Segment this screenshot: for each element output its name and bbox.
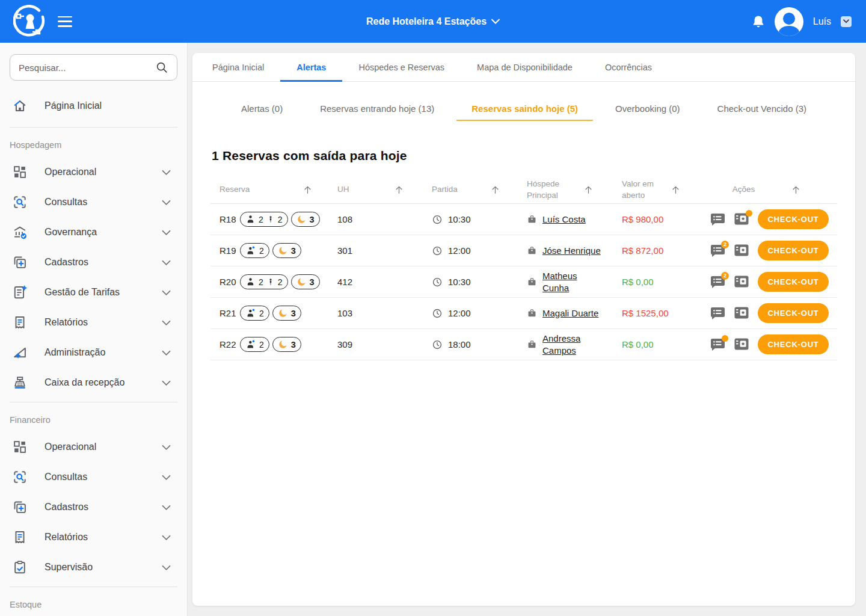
- subtab-reservas-saindo-hoje[interactable]: Reservas saindo hoje (5): [456, 97, 593, 121]
- sidebar-item-label: Relatórios: [45, 317, 162, 328]
- sidebar-item-financeiro-consultas[interactable]: Consultas: [0, 462, 187, 492]
- guest-count: 2: [278, 215, 283, 224]
- sort-asc-icon[interactable]: [583, 185, 594, 195]
- menu-toggle-button[interactable]: [58, 16, 72, 27]
- subtab-reservas-entrando-hoje[interactable]: Reservas entrando hoje (13): [305, 97, 449, 121]
- brand-logo-icon[interactable]: [13, 5, 47, 38]
- account-card-action-icon[interactable]: [734, 244, 750, 258]
- chevron-down-icon: [843, 19, 849, 23]
- tab-pagina-inicial[interactable]: Página Inicial: [196, 53, 280, 81]
- briefcase-icon: [527, 339, 537, 350]
- open-amount: R$ 980,00: [622, 214, 663, 224]
- messages-action-icon[interactable]: 2: [710, 244, 726, 258]
- guest-name-link[interactable]: Jóse Henrique: [542, 245, 601, 257]
- sidebar-item-financeiro-supervisao[interactable]: Supervisão: [0, 552, 187, 582]
- reservation-id: R21: [210, 308, 237, 318]
- column-header-partida: Partida: [420, 184, 516, 195]
- sort-asc-icon[interactable]: [302, 185, 313, 195]
- clock-icon: [432, 277, 443, 288]
- subtab-alertas[interactable]: Alertas (0): [226, 97, 298, 121]
- check-out-button[interactable]: CHECK-OUT: [758, 334, 829, 354]
- moon-icon: [278, 308, 288, 318]
- messages-action-icon[interactable]: [710, 212, 726, 227]
- moon-icon: [296, 277, 307, 287]
- sidebar-section-label: Estoque: [0, 591, 187, 616]
- sidebar-item-hospedagem-consultas[interactable]: Consultas: [0, 187, 187, 217]
- sidebar-item-hospedagem-operacional[interactable]: Operacional: [0, 157, 187, 187]
- check-out-button[interactable]: CHECK-OUT: [758, 303, 829, 323]
- moon-icon: [296, 214, 307, 224]
- guest-count: 2: [259, 309, 264, 318]
- moon-icon: [278, 245, 288, 256]
- tab-hospedes-e-reservas[interactable]: Hóspedes e Reservas: [342, 53, 461, 81]
- room-number: 412: [337, 277, 352, 287]
- sidebar-item-financeiro-relatorios[interactable]: Relatórios: [0, 522, 187, 552]
- sidebar-item-hospedagem-caixa-da-recepcao[interactable]: Caixa da recepção: [0, 368, 187, 398]
- account-card-action-icon[interactable]: [734, 306, 750, 321]
- tab-mapa-de-disponibilidade[interactable]: Mapa de Disponibilidade: [461, 53, 589, 81]
- user-menu-button[interactable]: [841, 16, 852, 27]
- check-out-button[interactable]: CHECK-OUT: [758, 272, 829, 292]
- check-out-button[interactable]: CHECK-OUT: [758, 241, 829, 260]
- child-icon: [266, 277, 275, 286]
- grid-icon: [12, 439, 28, 455]
- sidebar-item-hospedagem-gestao-de-tarifas[interactable]: Gestão de Tarifas: [0, 277, 187, 307]
- sidebar-item-pagina-inicial[interactable]: Página Inicial: [0, 89, 187, 123]
- guest-count: 2: [259, 340, 264, 350]
- room-number: 309: [337, 339, 352, 350]
- chevron-down-icon: [162, 200, 171, 206]
- sidebar-item-financeiro-cadastros[interactable]: Cadastros: [0, 492, 187, 522]
- sort-asc-icon[interactable]: [791, 185, 801, 195]
- sidebar-section-label: Financeiro: [0, 407, 187, 432]
- guest-name-link[interactable]: Andressa Campos: [542, 333, 601, 357]
- notification-badge: 2: [721, 272, 729, 280]
- copy-plus-icon: [12, 254, 28, 270]
- sidebar-item-label: Gestão de Tarifas: [45, 287, 162, 298]
- sidebar-item-hospedagem-cadastros[interactable]: Cadastros: [0, 247, 187, 277]
- subtab-overbooking[interactable]: Overbooking (0): [600, 97, 695, 121]
- user-avatar[interactable]: [775, 7, 803, 36]
- bank-check-icon: [12, 224, 28, 240]
- account-card-action-icon[interactable]: [734, 212, 750, 227]
- sidebar-item-label: Operacional: [45, 167, 162, 177]
- sort-asc-icon[interactable]: [394, 185, 404, 195]
- reservations-table: ReservaUHPartidaHóspede PrincipalValor e…: [210, 176, 837, 360]
- reservation-id: R18: [210, 214, 237, 224]
- tab-ocorrencias[interactable]: Ocorrências: [589, 53, 668, 81]
- guest-name-link[interactable]: Magali Duarte: [542, 307, 598, 319]
- hotel-chain-selector[interactable]: Rede Hoteleira 4 Estações: [366, 16, 500, 27]
- account-card-action-icon[interactable]: [734, 275, 750, 289]
- search-input[interactable]: [19, 63, 155, 73]
- ramp-gear-icon: [12, 345, 28, 360]
- messages-action-icon[interactable]: [710, 306, 726, 321]
- nights-count: 3: [291, 246, 296, 256]
- reservation-row-r22: R222330918:00Andressa CamposR$ 0,00CHECK…: [210, 329, 837, 360]
- guests-badge: 2: [240, 306, 269, 321]
- reservation-row-r19: R192330112:00Jóse HenriqueR$ 872,002CHEC…: [210, 235, 837, 266]
- account-card-action-icon[interactable]: [734, 337, 750, 352]
- sort-asc-icon[interactable]: [490, 185, 500, 195]
- search-icon[interactable]: [155, 61, 168, 74]
- check-out-button[interactable]: CHECK-OUT: [758, 209, 829, 229]
- reservation-id: R19: [210, 245, 237, 256]
- tab-alertas[interactable]: Alertas: [280, 53, 342, 81]
- reservation-row-r18: R1822310810:30Luís CostaR$ 980,00CHECK-O…: [210, 204, 837, 235]
- sidebar-nav: Página InicialHospedagemOperacionalConsu…: [0, 89, 187, 616]
- briefcase-icon: [527, 277, 537, 287]
- alert-subtabs: Alertas (0)Reservas entrando hoje (13)Re…: [192, 97, 855, 121]
- guest-name-link[interactable]: Matheus Cunha: [542, 270, 601, 294]
- sidebar-item-hospedagem-relatorios[interactable]: Relatórios: [0, 307, 187, 337]
- top-header: Rede Hoteleira 4 Estações Luís: [0, 0, 866, 43]
- home-icon: [12, 98, 28, 114]
- guest-name-link[interactable]: Luís Costa: [542, 214, 586, 226]
- messages-action-icon[interactable]: [710, 337, 726, 352]
- sidebar-item-hospedagem-administracao[interactable]: Administração: [0, 337, 187, 368]
- sidebar-item-hospedagem-governanca[interactable]: Governança: [0, 217, 187, 247]
- nights-badge: 3: [291, 212, 320, 227]
- notifications-bell-icon[interactable]: [752, 14, 765, 29]
- subtab-check-out-vencido[interactable]: Check-out Vencido (3): [702, 97, 821, 121]
- sidebar-item-financeiro-operacional[interactable]: Operacional: [0, 432, 187, 462]
- sort-asc-icon[interactable]: [671, 185, 681, 195]
- moon-icon: [278, 339, 288, 350]
- messages-action-icon[interactable]: 2: [710, 275, 726, 289]
